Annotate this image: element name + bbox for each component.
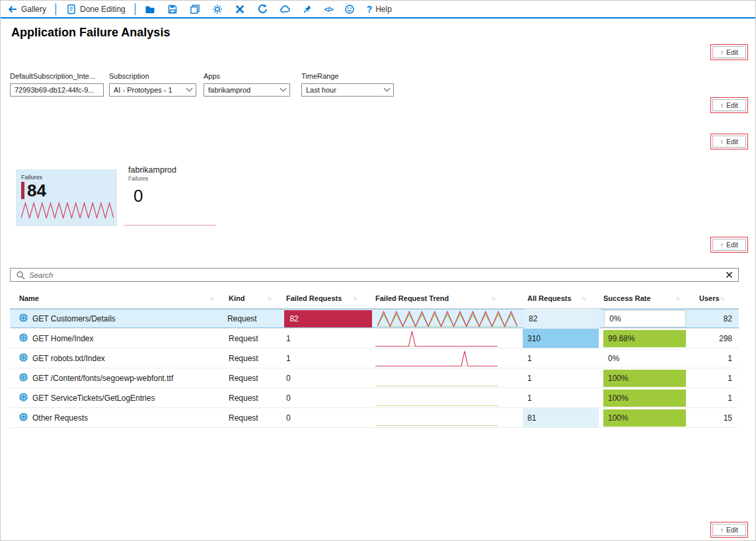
column-header-name[interactable]: Name↑↓: [10, 288, 225, 308]
tile-label: Failures: [21, 174, 112, 181]
request-name: GET /Content/fonts/segoewp-webfont.ttf: [32, 374, 173, 383]
request-name: GET Home/Index: [32, 334, 93, 343]
up-arrow-icon: ↑: [720, 102, 724, 109]
param-timerange: TimeRange Last hour: [301, 72, 394, 97]
document-edit-icon: [65, 3, 77, 15]
column-header-failed-request-trend[interactable]: Failed Request Trend↑↓: [374, 288, 523, 308]
column-label: Failed Request Trend: [375, 294, 449, 302]
failed-requests-cell: 0: [282, 394, 374, 403]
gear-icon: [212, 3, 223, 15]
globe-icon: [19, 413, 28, 423]
cloud-button[interactable]: [280, 1, 291, 17]
workbook-content: Application Failure Analysis ↑Edit ↑Edit…: [1, 19, 755, 540]
kind-cell: Request: [225, 374, 282, 383]
sort-icon[interactable]: ↑↓: [267, 296, 271, 302]
users-cell: 298: [691, 334, 739, 343]
edit-section-parameters: ↑Edit: [710, 97, 748, 113]
apps-dropdown[interactable]: fabrikamprod: [204, 83, 290, 97]
edit-button[interactable]: ↑Edit: [712, 524, 746, 536]
gallery-label: Gallery: [21, 5, 46, 14]
flat-trend-line: [124, 225, 216, 226]
up-arrow-icon: ↑: [720, 241, 724, 249]
fabrikam-failures-value: 0: [133, 186, 221, 206]
search-input[interactable]: [29, 271, 722, 279]
failures-metric-tile[interactable]: Failures 84: [16, 169, 117, 226]
edit-button[interactable]: ↑Edit: [712, 136, 746, 147]
toolbar-divider: [56, 3, 56, 15]
param-default-subscription: DefaultSubscription_Inte...: [10, 72, 104, 97]
close-x-icon: [235, 3, 246, 15]
page-title: Application Failure Analysis: [11, 26, 170, 40]
failed-request-trend-sparkline: [374, 409, 523, 427]
grid-search-bar: [10, 268, 739, 282]
param-apps: Apps fabrikamprod: [204, 72, 290, 97]
table-row[interactable]: Other Requests Request 0 81 100% 15: [10, 408, 739, 428]
clear-search-icon[interactable]: [726, 271, 733, 278]
pin-button[interactable]: [302, 1, 313, 17]
failed-requests-cell: 0: [282, 374, 374, 383]
close-button[interactable]: [235, 1, 246, 17]
feedback-button[interactable]: [344, 1, 356, 17]
column-header-users[interactable]: Users↑↓: [691, 288, 739, 308]
dropdown-value: fabrikamprod: [208, 86, 250, 94]
refresh-icon: [257, 3, 268, 15]
globe-icon: [19, 313, 28, 324]
cloud-icon: [280, 3, 291, 15]
edit-button[interactable]: ↑Edit: [712, 46, 746, 58]
edit-button[interactable]: ↑Edit: [712, 99, 746, 111]
sort-icon[interactable]: ↑↓: [209, 296, 213, 302]
question-mark-icon: ?: [367, 4, 373, 15]
failed-requests-cell: 1: [282, 354, 374, 363]
column-header-failed-requests[interactable]: Failed Requests↑↓: [282, 288, 374, 308]
sort-icon[interactable]: ↑↓: [582, 296, 586, 302]
fabrikamprod-metric-tile[interactable]: fabrikamprod Failures 0: [128, 165, 221, 206]
column-header-all-requests[interactable]: All Requests↑↓: [523, 288, 599, 308]
sort-icon[interactable]: ↑↓: [675, 296, 679, 302]
users-cell: 1: [691, 394, 739, 403]
code-icon: </>: [324, 5, 333, 13]
request-name: GET robots.txt/Index: [32, 354, 105, 363]
column-label: Success Rate: [603, 294, 651, 302]
toolbar: Gallery Done Editing: [1, 1, 755, 19]
subscription-id-field[interactable]: [10, 83, 104, 97]
failed-request-trend-sparkline: [374, 330, 523, 347]
subscription-dropdown[interactable]: AI - Prototypes - 1: [109, 83, 196, 97]
code-view-button[interactable]: </>: [324, 1, 333, 17]
param-label: Subscription: [109, 72, 196, 80]
edit-label: Edit: [726, 138, 738, 146]
all-requests-cell: 82: [524, 309, 599, 328]
settings-button[interactable]: [212, 1, 223, 17]
sort-icon[interactable]: ↑↓: [720, 296, 724, 302]
users-cell: 82: [691, 314, 739, 323]
failed-request-trend-sparkline: [374, 370, 523, 387]
subscription-id-input[interactable]: [15, 86, 99, 94]
column-label: Name: [19, 294, 39, 302]
table-row[interactable]: GET /Content/fonts/segoewp-webfont.ttf R…: [10, 368, 739, 388]
table-row[interactable]: GET Customers/Details Request 82 82 0% 8…: [10, 309, 739, 329]
refresh-button[interactable]: [257, 1, 268, 17]
failed-request-trend-sparkline: [374, 350, 523, 367]
timerange-dropdown[interactable]: Last hour: [301, 83, 394, 97]
open-button[interactable]: [145, 1, 156, 17]
help-button[interactable]: ? Help: [367, 1, 392, 17]
save-as-button[interactable]: [190, 1, 201, 17]
column-header-kind[interactable]: Kind↑↓: [225, 288, 282, 308]
done-editing-button[interactable]: Done Editing: [65, 1, 126, 17]
table-row[interactable]: GET robots.txt/Index Request 1 1 0% 1: [10, 349, 739, 368]
table-row[interactable]: GET ServiceTickets/GetLogEntries Request…: [10, 388, 739, 408]
all-requests-cell: 1: [523, 349, 599, 368]
gallery-button[interactable]: Gallery: [7, 1, 46, 17]
kind-cell: Request: [224, 314, 280, 323]
up-arrow-icon: ↑: [720, 526, 724, 534]
sort-icon[interactable]: ↑↓: [491, 296, 495, 302]
table-row[interactable]: GET Home/Index Request 1 310 99.68% 298: [10, 329, 739, 349]
edit-section-grid: ↑Edit: [710, 522, 748, 538]
column-header-success-rate[interactable]: Success Rate↑↓: [599, 288, 691, 308]
failures-sparkline: [21, 202, 112, 222]
failed-requests-bar: 82: [284, 310, 372, 327]
edit-button[interactable]: ↑Edit: [712, 239, 746, 251]
sort-icon[interactable]: ↑↓: [353, 296, 357, 302]
kind-cell: Request: [225, 354, 282, 363]
save-button[interactable]: [167, 1, 178, 17]
users-cell: 1: [691, 354, 739, 363]
